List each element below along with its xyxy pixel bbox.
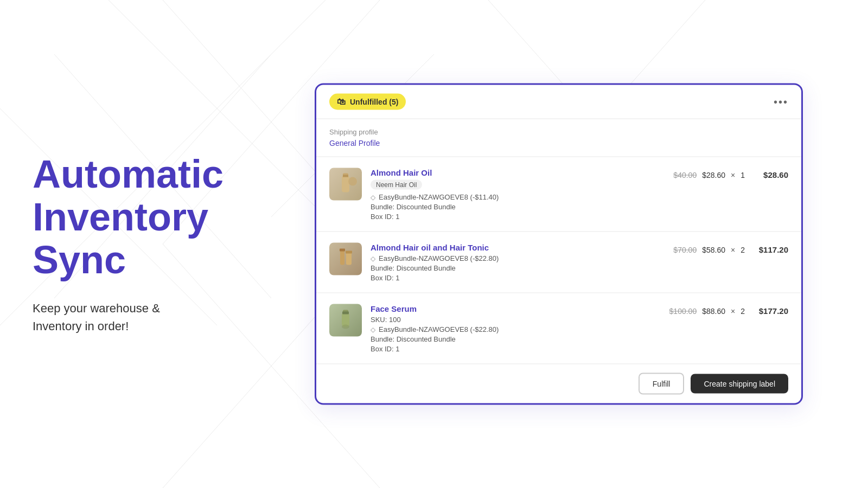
svg-rect-21 [346, 252, 352, 265]
box-info-2: Box ID: 1 [371, 274, 665, 282]
product-bundle-code-3: ◇ EasyBundle-NZAWGOEVE8 (-$22.80) [371, 325, 661, 333]
svg-point-18 [348, 177, 357, 186]
price-total-2: $117.20 [750, 245, 788, 254]
price-multiply-2: × [731, 245, 735, 254]
diamond-icon-1: ◇ [371, 193, 375, 201]
svg-rect-16 [342, 176, 349, 192]
bundle-info-2: Bundle: Discounted Bundle [371, 264, 665, 272]
price-total-1: $28.60 [750, 170, 788, 179]
product-bundle-code-2: ◇ EasyBundle-NZAWGOEVE8 (-$22.80) [371, 254, 665, 262]
product-pricing-3: $100.00 $88.60 × 2 $177.20 [669, 306, 788, 316]
bundle-info-1: Bundle: Discounted Bundle [371, 203, 665, 211]
svg-rect-25 [342, 312, 349, 314]
product-bundle-code-1: ◇ EasyBundle-NZAWGOEVE8 (-$11.40) [371, 193, 665, 201]
price-qty-2: 2 [741, 245, 745, 254]
diamond-icon-2: ◇ [371, 254, 375, 262]
unfulfilled-badge[interactable]: 🛍 Unfulfilled (5) [329, 94, 406, 110]
hero-title: Automatic Inventory Sync [33, 153, 224, 282]
svg-rect-20 [340, 249, 345, 252]
price-multiply-1: × [731, 170, 735, 179]
product-pricing-1: $40.00 $28.60 × 1 $28.60 [673, 170, 788, 179]
price-original-3: $100.00 [669, 306, 697, 315]
product-row: Face Serum SKU: 100 ◇ EasyBundle-NZAWGOE… [316, 293, 801, 364]
svg-rect-17 [343, 175, 348, 177]
shipping-profile-label: Shipping profile [329, 128, 788, 136]
unfulfilled-label: Unfulfilled (5) [350, 98, 398, 106]
box-info-3: Box ID: 1 [371, 345, 661, 353]
product-image-2 [329, 243, 362, 275]
product-details-3: Face Serum SKU: 100 ◇ EasyBundle-NZAWGOE… [371, 304, 661, 353]
fulfill-button[interactable]: Fulfill [639, 373, 685, 395]
svg-point-26 [342, 325, 349, 329]
more-options-button[interactable]: ••• [774, 95, 788, 108]
unfulfilled-icon: 🛍 [337, 97, 346, 107]
price-original-2: $70.00 [673, 245, 697, 254]
product-image-1 [329, 168, 362, 201]
bundle-info-3: Bundle: Discounted Bundle [371, 335, 661, 343]
diamond-icon-3: ◇ [371, 325, 375, 333]
product-row: Almond Hair Oil Neem Hair Oil ◇ EasyBund… [316, 157, 801, 232]
product-row: Almond Hair oil and Hair Tonic ◇ EasyBun… [316, 232, 801, 293]
price-total-3: $177.20 [750, 306, 788, 316]
svg-rect-22 [346, 251, 352, 254]
svg-rect-19 [340, 250, 344, 265]
product-name-1[interactable]: Almond Hair Oil [371, 168, 665, 177]
product-image-3 [329, 304, 362, 337]
create-label-button[interactable]: Create shipping label [691, 374, 788, 394]
shipping-profile-section: Shipping profile General Profile [316, 119, 801, 157]
hero-subtitle: Keep your warehouse & Inventory in order… [33, 299, 224, 335]
hero-section: Automatic Inventory Sync Keep your wareh… [33, 153, 224, 335]
product-pricing-2: $70.00 $58.60 × 2 $117.20 [673, 245, 788, 254]
product-name-3[interactable]: Face Serum [371, 304, 661, 313]
price-discounted-1: $28.60 [702, 170, 725, 179]
price-discounted-3: $88.60 [702, 306, 725, 315]
product-details-1: Almond Hair Oil Neem Hair Oil ◇ EasyBund… [371, 168, 665, 221]
price-discounted-2: $58.60 [702, 245, 725, 254]
card-footer: Fulfill Create shipping label [316, 364, 801, 403]
card-header: 🛍 Unfulfilled (5) ••• [316, 85, 801, 119]
product-name-2[interactable]: Almond Hair oil and Hair Tonic [371, 243, 665, 252]
order-card: 🛍 Unfulfilled (5) ••• Shipping profile G… [315, 84, 803, 405]
product-details-2: Almond Hair oil and Hair Tonic ◇ EasyBun… [371, 243, 665, 282]
price-multiply-3: × [731, 306, 735, 315]
price-qty-1: 1 [741, 170, 745, 179]
price-qty-3: 2 [741, 306, 745, 315]
price-original-1: $40.00 [673, 170, 697, 179]
box-info-1: Box ID: 1 [371, 213, 665, 221]
product-variant-1: Neem Hair Oil [371, 180, 422, 190]
order-card-container: 🛍 Unfulfilled (5) ••• Shipping profile G… [315, 84, 803, 405]
sku-info-3: SKU: 100 [371, 316, 661, 324]
shipping-profile-link[interactable]: General Profile [329, 139, 380, 147]
